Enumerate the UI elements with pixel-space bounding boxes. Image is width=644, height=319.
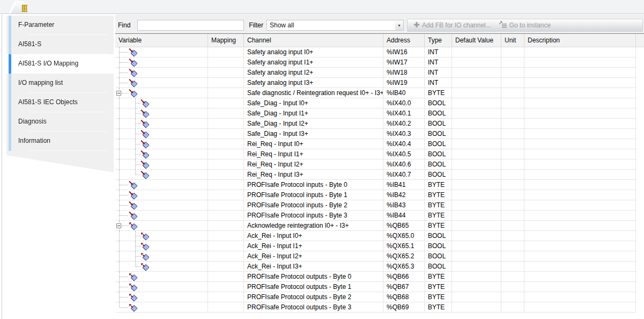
table-row[interactable]: Ack_Rei - Input I3+%QX65.3BOOL	[115, 262, 644, 272]
column-header-description[interactable]: Description	[524, 34, 636, 47]
table-row[interactable]: Rei_Req - Input I2+%IX40.6BOOL	[115, 160, 644, 170]
table-row[interactable]: PROFIsafe Protocol inputs - Byte 2%IB43B…	[115, 200, 644, 211]
default-value-cell[interactable]	[452, 108, 501, 119]
table-row[interactable]: PROFIsafe Protocol inputs - Byte 1%IB42B…	[115, 190, 644, 200]
default-value-cell[interactable]	[452, 272, 501, 282]
table-row[interactable]: PROFIsafe Protocol outputs - Byte 0%QB66…	[115, 272, 644, 282]
column-header-mapping[interactable]: Mapping	[208, 34, 244, 47]
table-row[interactable]: Safe_Diag - Input I0+%IX40.0BOOL	[115, 98, 644, 108]
default-value-cell[interactable]	[452, 200, 501, 211]
variable-cell[interactable]	[115, 262, 208, 272]
variable-cell[interactable]	[115, 200, 208, 211]
variable-cell[interactable]	[115, 139, 208, 149]
variable-cell[interactable]	[115, 282, 208, 292]
sidebar-item-f-parameter[interactable]: F-Parameter	[6, 16, 114, 35]
table-row[interactable]: PROFIsafe Protocol outputs - Byte 2%QB68…	[115, 292, 644, 302]
sidebar-item-diagnosis[interactable]: Diagnosis	[6, 112, 114, 132]
default-value-cell[interactable]	[452, 160, 501, 170]
table-row[interactable]: Safety analog input I1+%IW17INT	[115, 57, 644, 68]
variable-cell[interactable]	[115, 180, 208, 190]
default-value-cell[interactable]	[452, 129, 501, 139]
variable-cell[interactable]	[115, 149, 208, 160]
variable-cell[interactable]	[115, 231, 208, 241]
table-row[interactable]: Ack_Rei - Input I2+%QX65.2BOOL	[115, 251, 644, 262]
sidebar-item-ai581-s-iec-objects[interactable]: AI581-S IEC Objects	[6, 93, 114, 112]
default-value-cell[interactable]	[452, 88, 501, 98]
variable-cell[interactable]	[115, 78, 208, 88]
variable-cell[interactable]	[115, 190, 208, 200]
column-header-variable[interactable]: Variable	[115, 34, 208, 47]
column-header-channel[interactable]: Channel	[244, 34, 383, 47]
column-header-address[interactable]: Address	[383, 34, 425, 47]
sidebar-item-ai581-s-i-o-mapping[interactable]: AI581-S I/O Mapping	[6, 54, 114, 74]
variable-cell[interactable]	[115, 47, 208, 57]
column-header-default-value[interactable]: Default Value	[452, 34, 501, 47]
table-row[interactable]: PROFIsafe Protocol inputs - Byte 0%IB41B…	[115, 180, 644, 190]
add-fb-button[interactable]: Add FB for IO channel...	[411, 21, 494, 30]
collapse-toggle-icon[interactable]	[116, 223, 121, 228]
default-value-cell[interactable]	[452, 149, 501, 160]
table-row[interactable]: Acknowledge reintegration I0+ - I3+%QB65…	[115, 221, 644, 231]
table-row[interactable]: PROFIsafe Protocol outputs - Byte 1%QB67…	[115, 282, 644, 292]
variable-cell[interactable]	[115, 292, 208, 302]
table-row[interactable]: Rei_Req - Input I1+%IX40.5BOOL	[115, 149, 644, 160]
variable-cell[interactable]	[115, 272, 208, 282]
variable-cell[interactable]	[115, 119, 208, 129]
default-value-cell[interactable]	[452, 57, 501, 68]
chevron-down-icon[interactable]: ▼	[395, 20, 403, 30]
table-row[interactable]: Safe_Diag - Input I1+%IX40.1BOOL	[115, 108, 644, 119]
table-row[interactable]: Rei_Req - Input I3+%IX40.7BOOL	[115, 170, 644, 180]
variable-cell[interactable]	[115, 88, 208, 98]
default-value-cell[interactable]	[452, 231, 501, 241]
variable-cell[interactable]	[115, 170, 208, 180]
table-row[interactable]: Ack_Rei - Input I1+%QX65.1BOOL	[115, 241, 644, 251]
default-value-cell[interactable]	[452, 221, 501, 231]
default-value-cell[interactable]	[452, 68, 501, 78]
default-value-cell[interactable]	[452, 262, 501, 272]
sidebar-item-i-o-mapping-list[interactable]: I/O mapping list	[6, 74, 114, 93]
filter-combobox[interactable]: Show all ▼	[267, 20, 404, 31]
variable-cell[interactable]	[115, 160, 208, 170]
table-row[interactable]: PROFIsafe Protocol outputs - Byte 3%QB69…	[115, 302, 644, 313]
default-value-cell[interactable]	[452, 170, 501, 180]
table-row[interactable]: Safety analog input I2+%IW18INT	[115, 68, 644, 78]
default-value-cell[interactable]	[452, 241, 501, 251]
variable-cell[interactable]	[115, 211, 208, 221]
default-value-cell[interactable]	[452, 139, 501, 149]
table-row[interactable]: Safe_Diag - Input I2+%IX40.2BOOL	[115, 119, 644, 129]
table-row[interactable]: Safe_Diag - Input I3+%IX40.3BOOL	[115, 129, 644, 139]
variable-cell[interactable]	[115, 221, 208, 231]
default-value-cell[interactable]	[452, 190, 501, 200]
variable-cell[interactable]	[115, 241, 208, 251]
column-header-type[interactable]: Type	[425, 34, 452, 47]
default-value-cell[interactable]	[452, 119, 501, 129]
table-row[interactable]: Safety analog input I0+%IW16INT	[115, 47, 644, 57]
variable-cell[interactable]	[115, 57, 208, 68]
sidebar-item-information[interactable]: Information	[6, 132, 114, 151]
default-value-cell[interactable]	[452, 302, 501, 313]
variable-cell[interactable]	[115, 129, 208, 139]
table-row[interactable]: Safety analog input I3+%IW19INT	[115, 78, 644, 88]
column-header-unit[interactable]: Unit	[501, 34, 524, 47]
table-row[interactable]: Safe diagnostic / Reintegration request …	[115, 88, 644, 98]
default-value-cell[interactable]	[452, 180, 501, 190]
variable-cell[interactable]	[115, 68, 208, 78]
tab-close-icon[interactable]: ✕	[60, 4, 64, 11]
variable-cell[interactable]	[115, 98, 208, 108]
collapse-toggle-icon[interactable]	[116, 91, 121, 96]
variable-cell[interactable]	[115, 251, 208, 262]
default-value-cell[interactable]	[452, 251, 501, 262]
sidebar-item-ai581-s[interactable]: AI581-S	[6, 35, 114, 54]
goto-instance-button[interactable]: Go to instance	[496, 21, 553, 30]
default-value-cell[interactable]	[452, 47, 501, 57]
variable-cell[interactable]	[115, 108, 208, 119]
default-value-cell[interactable]	[452, 292, 501, 302]
default-value-cell[interactable]	[452, 211, 501, 221]
find-input[interactable]	[137, 20, 244, 31]
table-row[interactable]: Rei_Req - Input I0+%IX40.4BOOL	[115, 139, 644, 149]
table-row[interactable]: PROFIsafe Protocol inputs - Byte 3%IB44B…	[115, 211, 644, 221]
default-value-cell[interactable]	[452, 78, 501, 88]
variable-cell[interactable]	[115, 302, 208, 313]
table-row[interactable]: Ack_Rei - Input I0+%QX65.0BOOL	[115, 231, 644, 241]
default-value-cell[interactable]	[452, 98, 501, 108]
